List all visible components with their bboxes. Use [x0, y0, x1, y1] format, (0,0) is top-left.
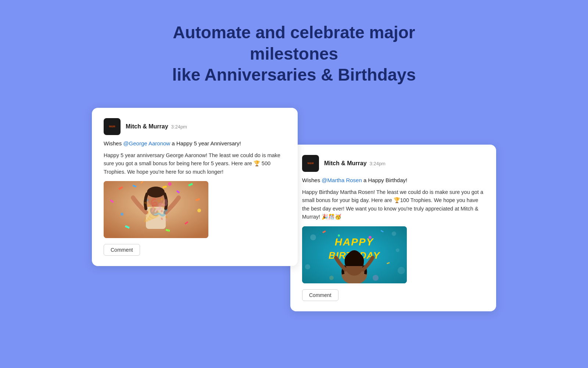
svg-point-17	[197, 209, 201, 212]
card1-comment-button[interactable]: Comment	[104, 244, 140, 256]
birthday-card: M&M Mitch & Murray 3:24pm Wishes @Martha…	[290, 145, 496, 311]
svg-point-16	[121, 213, 123, 216]
confetti-image	[104, 181, 208, 238]
svg-point-23	[305, 264, 310, 269]
birthday-svg: HAPPY BIRTHDAY	[302, 226, 407, 283]
avatar-card1: M&M	[104, 118, 121, 135]
svg-point-24	[396, 248, 399, 252]
card1-suffix: a Happy 5 year Anniversary!	[172, 140, 241, 146]
card2-timestamp: 3:24pm	[370, 161, 386, 166]
card2-header: M&M Mitch & Murray 3:24pm	[302, 155, 484, 172]
cards-container: M&M Mitch & Murray 3:24pm Wishes @George…	[92, 108, 496, 336]
card2-header-text: Mitch & Murray 3:24pm	[324, 160, 386, 167]
svg-point-26	[329, 276, 334, 280]
card1-header-text: Mitch & Murray 3:24pm	[126, 123, 187, 130]
card2-suffix: a Happy Birthday!	[363, 177, 407, 183]
card2-comment-button[interactable]: Comment	[302, 289, 338, 301]
card1-header: M&M Mitch & Murray 3:24pm	[104, 118, 286, 135]
card1-message-line: Wishes @George Aaronow a Happy 5 year An…	[104, 139, 286, 148]
avatar-logo-text-card1: M&M	[109, 125, 115, 128]
card2-sender: Mitch & Murray	[324, 160, 367, 167]
card2-mention: @Martha Rosen	[322, 177, 362, 183]
card1-body: Happy 5 year anniversary George Aaronow!…	[104, 151, 286, 176]
card1-timestamp: 3:24pm	[171, 124, 187, 130]
headline-line1: Automate and celebrate major milestones	[173, 23, 415, 63]
svg-text:HAPPY: HAPPY	[335, 236, 374, 248]
avatar-card2: M&M	[302, 155, 319, 172]
svg-point-21	[392, 231, 396, 236]
svg-point-15	[168, 182, 172, 186]
svg-point-34	[338, 234, 340, 237]
anniversary-card: M&M Mitch & Murray 3:24pm Wishes @George…	[92, 108, 298, 266]
birthday-gif: HAPPY BIRTHDAY	[302, 226, 407, 283]
svg-point-33	[369, 236, 372, 239]
avatar-logo-card1: M&M	[105, 120, 119, 134]
card1-header-row: Mitch & Murray 3:24pm	[126, 123, 187, 130]
svg-point-25	[373, 275, 379, 281]
confetti-svg	[104, 181, 208, 238]
avatar-logo-card2: M&M	[304, 156, 318, 170]
card1-sender: Mitch & Murray	[126, 123, 168, 130]
page-headline: Automate and celebrate major milestones …	[129, 22, 459, 86]
card2-message-line: Wishes @Martha Rosen a Happy Birthday!	[302, 176, 484, 185]
card1-prefix: Wishes	[104, 140, 122, 146]
card2-prefix: Wishes	[302, 177, 320, 183]
card2-header-row: Mitch & Murray 3:24pm	[324, 160, 386, 167]
headline-line2: like Anniversaries & Birthdays	[172, 65, 416, 84]
svg-rect-3	[146, 207, 166, 229]
svg-point-20	[310, 234, 316, 240]
avatar-logo-text-card2: M&M	[308, 162, 314, 165]
card1-mention: @George Aaronow	[123, 140, 170, 146]
card2-image: HAPPY BIRTHDAY	[302, 226, 407, 283]
svg-point-18	[147, 187, 165, 198]
card1-image	[104, 181, 208, 238]
svg-point-22	[398, 267, 405, 274]
card2-body: Happy Birthday Martha Rosen! The least w…	[302, 188, 484, 221]
